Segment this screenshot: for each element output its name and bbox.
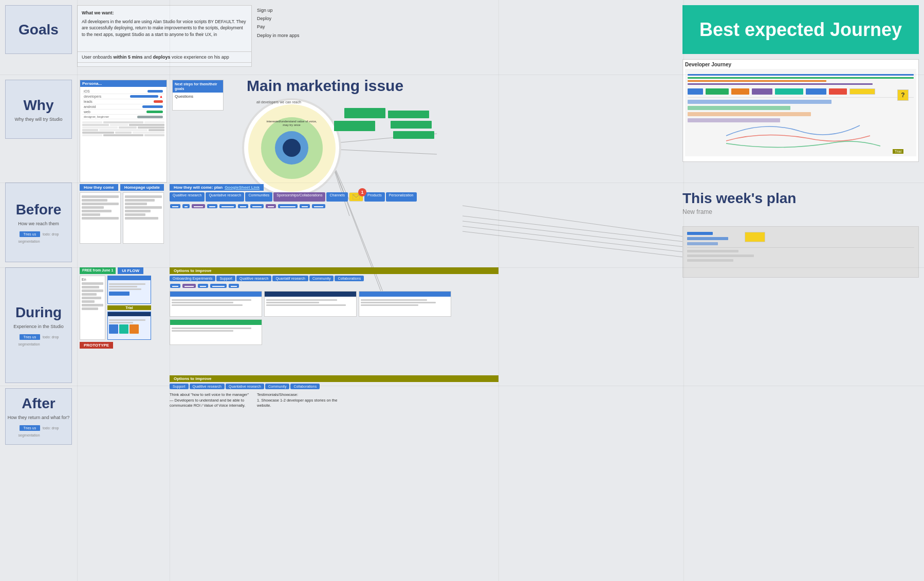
before-title: Before [16,202,62,218]
grid-line-4 [683,0,684,581]
after-category-tabs: Support Qualitive research Quantative re… [170,384,498,389]
persona-row-android: android [82,104,164,110]
prototype-label: PROTOTYPE [80,342,113,349]
persona-card: Persona... iOS developers ▲ leads androi… [80,80,167,183]
during-section-content: FREE from June 1 UI FLOW En [80,267,151,348]
after-subtitle: How they return and what for? [8,415,70,420]
sub-tag-1: ▬▬ [170,204,180,208]
persona-row-developers: developers ▲ [82,94,164,99]
sub-tag-8: ▬▬ [266,204,276,208]
ui-flow-screen-1 [107,276,151,304]
svg-line-9 [463,226,683,252]
during-sub-4: ▬▬▬▬ [210,284,227,288]
circle-mid-ring: interested/understand value of voice, ma… [261,117,323,179]
after-tries-btn[interactable]: Tries us [20,425,41,431]
developer-journey-diagram: ? Trial [685,69,916,156]
h-grid-2 [0,183,924,183]
cta-signup: Sign up [257,6,300,14]
svg-line-8 [463,221,683,247]
during-sub-tags: ▬▬ ▬▬▬ ▬▬ ▬▬▬▬ ▬▬ [170,283,498,288]
after-content-texts: Think about "how to sell voice to the ma… [170,392,498,409]
sub-tag-10: ▬▬ [300,204,310,208]
cta-deploy: Deploy [257,14,300,23]
grid-line-2 [170,0,170,581]
sub-tag-7: ▬▬▬ [250,204,264,208]
svg-line-1 [329,149,437,154]
during-sub-1: ▬▬ [170,284,180,288]
before-headers-row: How they come Homepage update [80,184,164,191]
google-sheet-link[interactable]: GoogleSheet Link [225,185,260,190]
before-tries-btn[interactable]: Tries us [20,231,41,237]
ui-flow-label: UI FLOW [118,267,143,274]
before-section-content: How they come Homepage update [80,184,164,244]
during-screenshot-3 [359,291,451,317]
questions-label: Questions [173,93,223,100]
marketing-issue-title: Main marketing issue [247,77,442,95]
during-sub-2: ▬▬▬ [182,284,196,288]
after-testimonials-text: Testimonials/Showcase: 1. Showcase 1-2 d… [257,392,339,409]
this-week-header: This week's plan New frame [682,190,919,215]
after-cat-qualitive: Qualitive research [190,384,225,389]
during-cat-qualitive: Qualitive research [236,276,271,281]
journey-trial-label: Trial [893,149,903,154]
persona-row-web: web [82,110,164,115]
before-content-box-2 [123,192,164,244]
goals-title: Goals [19,22,59,38]
after-buttons: Tries us todo: dropsegmentation [19,424,59,438]
before-section-card: Before How we reach them Tries us todo: … [5,183,72,262]
goals-cta-list: Sign up Deploy Pay Deploy in more apps [257,6,300,40]
cat-qualitive: Qualitive research [170,192,205,202]
during-category-tabs: Onboarding Experiments Support Qualitive… [170,276,498,281]
persona-row-ios: iOS [82,89,164,94]
during-cat-quantatif: Quantatif research [272,276,308,281]
prototype-area: PROTOTYPE [80,342,151,348]
sub-tag-9: ▬▬▬▬▬ [278,204,298,208]
cta-deploy-more: Deploy in more apps [257,31,300,40]
how-will-come-header: How they will come: plan GoogleSheet Lin… [170,184,264,191]
after-section-card: After How they return and what for? Trie… [5,388,72,445]
during-cat-onboarding: Onboarding Experiments [170,276,215,281]
how-come-header: How they come [80,184,118,191]
persona-table-rows [82,121,164,136]
what-we-want-label: What we want: [82,10,247,17]
grid-line-1 [77,0,78,581]
user-onboards-text: User onboards within 5 mins and deploys … [77,51,252,63]
during-headers-row: FREE from June 1 UI FLOW [80,267,151,274]
after-cat-quantative: Quantative research [226,384,264,389]
circle-inner-ring [275,131,308,165]
during-section-card: During Experience in the Studio Tries us… [5,267,72,383]
before-content-boxes [80,192,164,244]
during-screenshot-row-2 [170,319,498,345]
homepage-update-header: Homepage update [120,184,164,191]
this-week-subtitle: New frame [682,208,919,215]
cat-sponsorships: Sponsorships/Collaborations [273,192,325,202]
persona-row-leads: leads [82,99,164,104]
during-cat-support: Support [216,276,235,281]
h-grid-1 [0,75,924,75]
developer-journey-title: Developer Journey [685,62,916,67]
during-cat-collaborations: Collaborations [335,276,364,281]
after-cat-support: Support [170,384,189,389]
sub-tag-3: ▬▬▬ [192,204,205,208]
during-tries-btn[interactable]: Tries us [20,334,41,340]
why-title: Why [23,97,53,114]
during-trial-label: Trial [107,305,151,310]
during-text-placeholder: En [82,278,103,281]
why-section-card: Why Why they will try Studio [5,80,72,139]
why-subtitle: Why they will try Studio [14,117,62,122]
circle-outer-ring: all developers we can reach interested/u… [248,104,336,192]
during-buttons: Tries us todo: dropsegmentation [19,333,59,347]
during-sub-3: ▬▬ [198,284,208,288]
cat-personalization: Personalization [386,192,417,202]
after-options-section: Options to improve Support Qualitive res… [170,375,498,409]
h-grid-3 [0,267,924,268]
this-week-title: This week's plan [682,190,919,207]
this-week-frame [682,226,919,278]
next-steps-card: Next steps for them/their goals Question… [172,80,224,111]
free-june-label: FREE from June 1 [80,267,116,274]
during-options-section: Options to improve Onboarding Experiment… [170,267,498,345]
after-support-text: Think about "how to sell voice to the ma… [170,392,252,409]
message-icon [353,194,360,199]
persona-row-designer: designer, beginner [82,115,164,119]
cat-quantative: Quantative research [206,192,244,202]
